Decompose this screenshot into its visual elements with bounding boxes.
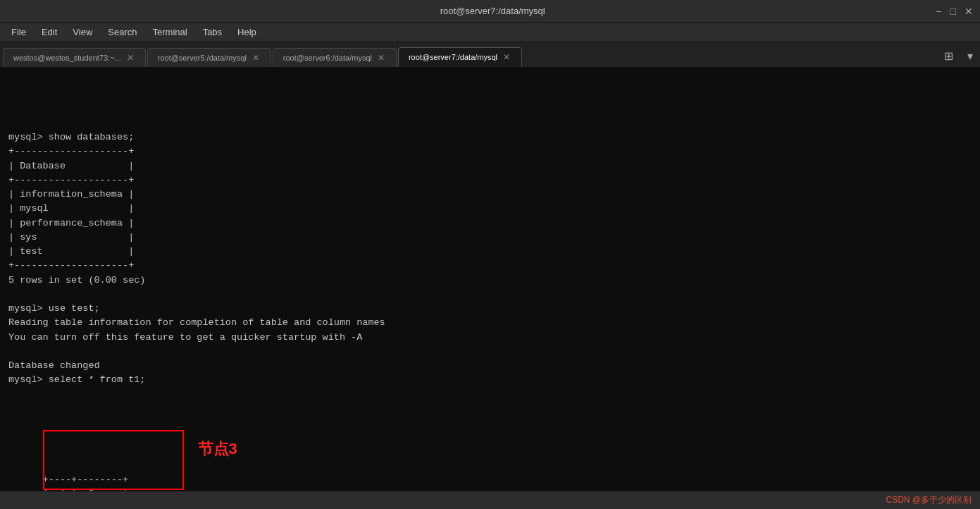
tab-3[interactable]: root@server6:/data/mysql ✕ xyxy=(273,48,397,67)
title-bar: root@server7:/data/mysql − □ ✕ xyxy=(0,0,980,23)
status-text: CSDN @多于少的区别 xyxy=(886,494,972,506)
terminal-line: mysql> show databases; +----------------… xyxy=(8,102,972,402)
table-lines: +----+--------+ | c1 | c2 | +----+------… xyxy=(43,459,129,491)
table-content: +----+--------+ | c1 | c2 | +----+------… xyxy=(43,474,129,491)
terminal-content: mysql> show databases; +----------------… xyxy=(8,73,972,491)
menu-view[interactable]: View xyxy=(66,25,99,39)
tab-3-label: root@server6:/data/mysql xyxy=(283,54,372,62)
menu-help[interactable]: Help xyxy=(230,25,263,39)
annotation-label: 节点3 xyxy=(198,437,237,460)
window-title: root@server7:/data/mysql xyxy=(49,6,936,16)
tab-3-close[interactable]: ✕ xyxy=(376,53,386,63)
menu-edit[interactable]: Edit xyxy=(35,25,64,39)
menu-tabs[interactable]: Tabs xyxy=(196,25,229,39)
terminal-wrapper: mysql> show databases; +----------------… xyxy=(0,68,980,491)
tab-4-close[interactable]: ✕ xyxy=(502,52,511,62)
tab-4-label: root@server7:/data/mysql xyxy=(409,53,497,61)
tab-2-label: root@server5:/data/mysql xyxy=(158,54,247,62)
tab-2[interactable]: root@server5:/data/mysql ✕ xyxy=(147,48,271,67)
tab-1-close[interactable]: ✕ xyxy=(125,53,135,63)
table-output-section: +----+--------+ | c1 | c2 | +----+------… xyxy=(43,430,129,491)
menu-search[interactable]: Search xyxy=(101,25,144,39)
tab-bar: westos@westos_student73:~... ✕ root@serv… xyxy=(0,42,980,68)
status-bar: CSDN @多于少的区别 xyxy=(0,491,980,509)
terminal-scroll[interactable]: mysql> show databases; +----------------… xyxy=(0,68,980,491)
line-1: mysql> show databases; +----------------… xyxy=(8,132,385,385)
tab-actions: ⊞ ▾ xyxy=(940,48,977,67)
maximize-button[interactable]: □ xyxy=(950,6,956,17)
tab-4[interactable]: root@server7:/data/mysql ✕ xyxy=(398,47,522,67)
menu-terminal[interactable]: Terminal xyxy=(146,25,194,39)
tab-menu-button[interactable]: ▾ xyxy=(963,48,977,64)
close-button[interactable]: ✕ xyxy=(965,6,973,17)
menu-bar: File Edit View Search Terminal Tabs Help xyxy=(0,23,980,42)
minimize-button[interactable]: − xyxy=(936,6,941,17)
tab-1-label: westos@westos_student73:~... xyxy=(13,54,121,62)
new-tab-button[interactable]: ⊞ xyxy=(940,48,957,64)
tab-2-close[interactable]: ✕ xyxy=(251,53,261,63)
menu-file[interactable]: File xyxy=(4,25,33,39)
tab-1[interactable]: westos@westos_student73:~... ✕ xyxy=(3,48,146,67)
window-controls: − □ ✕ xyxy=(936,6,973,17)
